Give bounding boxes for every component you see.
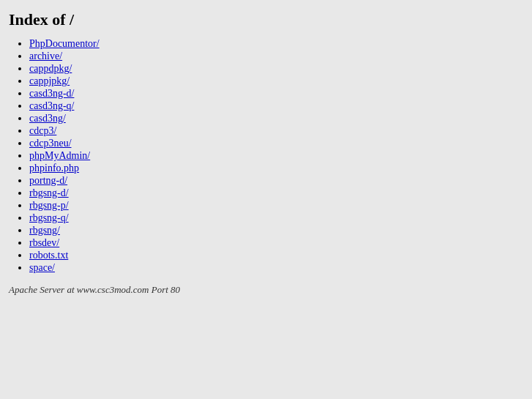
- list-item: phpMyAdmin/: [29, 150, 523, 162]
- directory-listing: PhpDocumentor/archive/cappdpkg/cappjpkg/…: [29, 38, 523, 274]
- directory-link[interactable]: rbgsng/: [29, 225, 60, 236]
- list-item: archive/: [29, 51, 523, 62]
- directory-link[interactable]: phpMyAdmin/: [29, 150, 90, 161]
- directory-link[interactable]: rbgsng-p/: [29, 200, 69, 211]
- list-item: casd3ng-d/: [29, 88, 523, 100]
- directory-link[interactable]: archive/: [29, 51, 62, 61]
- list-item: cappjpkg/: [29, 75, 523, 87]
- list-item: phpinfo.php: [29, 163, 523, 174]
- list-item: PhpDocumentor/: [29, 38, 523, 50]
- directory-link[interactable]: cdcp3/: [29, 125, 56, 136]
- list-item: rbgsng-d/: [29, 187, 523, 199]
- list-item: cappdpkg/: [29, 63, 523, 75]
- directory-link[interactable]: rbsdev/: [29, 237, 59, 248]
- list-item: robots.txt: [29, 250, 523, 261]
- list-item: portng-d/: [29, 175, 523, 187]
- directory-link[interactable]: casd3ng-q/: [29, 100, 74, 111]
- page-title: Index of /: [9, 10, 523, 29]
- directory-link[interactable]: PhpDocumentor/: [29, 38, 100, 49]
- directory-link[interactable]: rbgsng-d/: [29, 187, 69, 198]
- directory-link[interactable]: phpinfo.php: [29, 163, 79, 174]
- list-item: rbgsng-q/: [29, 212, 523, 224]
- list-item: casd3ng-q/: [29, 100, 523, 112]
- directory-link[interactable]: casd3ng-d/: [29, 88, 74, 99]
- directory-link[interactable]: casd3ng/: [29, 113, 66, 124]
- list-item: casd3ng/: [29, 113, 523, 124]
- list-item: cdcp3/: [29, 125, 523, 137]
- directory-link[interactable]: portng-d/: [29, 175, 67, 186]
- directory-link[interactable]: rbgsng-q/: [29, 212, 69, 223]
- directory-link[interactable]: cappjpkg/: [29, 75, 70, 86]
- server-info: Apache Server at www.csc3mod.com Port 80: [9, 284, 523, 296]
- directory-link[interactable]: cdcp3neu/: [29, 138, 72, 149]
- directory-link[interactable]: cappdpkg/: [29, 63, 72, 74]
- list-item: space/: [29, 262, 523, 274]
- list-item: rbgsng/: [29, 225, 523, 236]
- list-item: cdcp3neu/: [29, 138, 523, 149]
- list-item: rbgsng-p/: [29, 200, 523, 212]
- list-item: rbsdev/: [29, 237, 523, 249]
- directory-link[interactable]: robots.txt: [29, 250, 68, 261]
- directory-link[interactable]: space/: [29, 262, 55, 273]
